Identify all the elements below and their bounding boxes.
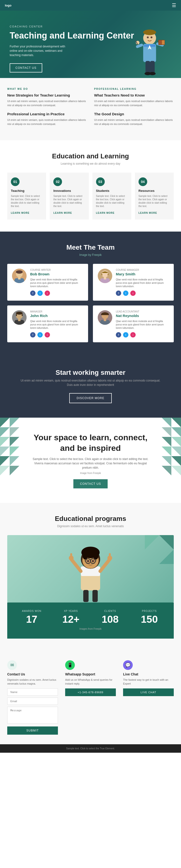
left-triangles bbox=[0, 417, 19, 503]
discover-more-button[interactable]: DISCOVER MORE bbox=[69, 393, 111, 403]
inspire-desc: Sample text. Click to select the text bo… bbox=[31, 457, 150, 470]
twitter-icon-bob[interactable]: t bbox=[37, 290, 43, 296]
avatar-mary bbox=[98, 269, 112, 283]
wwd-item-4: The Good Design Ut enim ad minim veniam,… bbox=[94, 112, 174, 126]
team-desc-john: Qlae venit mist illore molestie arut id … bbox=[30, 320, 83, 330]
svg-marker-49 bbox=[0, 466, 10, 475]
instagram-icon-mary[interactable]: i bbox=[130, 290, 136, 296]
learn-more-3[interactable]: LEARN MORE bbox=[96, 212, 114, 214]
contact-icon: ✉ bbox=[7, 660, 17, 670]
avatar-mary-svg bbox=[98, 269, 112, 283]
professional-learning-label: PROFESSIONAL LEARNING bbox=[94, 88, 174, 90]
contact-email-input[interactable] bbox=[7, 698, 58, 705]
svg-marker-47 bbox=[0, 456, 10, 466]
edu-card-desc-1: Sample text. Click to select the text bo… bbox=[11, 194, 43, 208]
stat-projects: PROJECTS 150 bbox=[132, 610, 167, 625]
svg-marker-43 bbox=[0, 437, 10, 446]
programs-bg bbox=[7, 535, 174, 602]
team-subtitle: Image by Freepik bbox=[7, 253, 174, 257]
team-title: Meet The Team bbox=[7, 244, 174, 251]
facebook-icon-john[interactable]: f bbox=[30, 332, 35, 338]
stat-awards: AWARDS WON 17 bbox=[15, 610, 49, 625]
stats-grid: AWARDS WON 17 XP YEARS 12+ CLIENTS 108 P… bbox=[15, 610, 166, 625]
svg-rect-87 bbox=[93, 590, 98, 602]
svg-marker-45 bbox=[0, 446, 10, 456]
what-we-do-right: PROFESSIONAL LEARNING What Teachers Need… bbox=[94, 88, 174, 131]
edu-programs-subtitle: Dignissim sodales ut eu sem. Amet luctus… bbox=[7, 525, 174, 528]
svg-marker-40 bbox=[10, 417, 19, 427]
twitter-icon-john[interactable]: t bbox=[37, 332, 43, 338]
instagram-icon-john[interactable]: i bbox=[45, 332, 50, 338]
svg-marker-48 bbox=[10, 456, 19, 466]
svg-marker-44 bbox=[10, 437, 19, 446]
stat-projects-value: 150 bbox=[132, 614, 167, 625]
twitter-icon-nat[interactable]: t bbox=[123, 332, 128, 338]
programs-triangles bbox=[145, 535, 174, 564]
contact-desc: Dignissim sodales ut eu sem. Amet luctus… bbox=[7, 678, 58, 686]
facebook-icon-nat[interactable]: f bbox=[116, 332, 121, 338]
whatsapp-icon: 📱 bbox=[65, 660, 75, 670]
avatar-nat-svg bbox=[98, 310, 112, 325]
avatar-john bbox=[12, 310, 27, 325]
team-card-nat: LEAD ACCOUNTANT Nat Reynolds Qlae venit … bbox=[93, 306, 174, 342]
menu-icon[interactable]: ☰ bbox=[172, 2, 176, 8]
edu-card-title-1: Teaching bbox=[11, 189, 43, 192]
inspire-section: Your space to learn, connect, and be ins… bbox=[0, 417, 181, 503]
right-triangle-svg bbox=[162, 417, 181, 514]
whatsapp-section: 📱 Whatsapp Support Add us on WhatsApp & … bbox=[65, 660, 116, 735]
wwd-title-2: What Teachers Need to Know bbox=[94, 93, 174, 97]
stat-awards-value: 17 bbox=[15, 614, 49, 625]
inspire-content: Your space to learn, connect, and be ins… bbox=[10, 432, 171, 488]
avatar-bob bbox=[12, 269, 27, 283]
start-working-desc: Ut enim ad minim veniam, quis nostrud ex… bbox=[19, 378, 162, 387]
livechat-title: Live Chat bbox=[123, 672, 174, 676]
svg-point-78 bbox=[87, 560, 89, 562]
svg-marker-50 bbox=[10, 466, 19, 475]
whatsapp-button[interactable]: +1-345-678-89689 bbox=[65, 688, 116, 696]
wwd-title-1: New Strategies for Teacher Learning bbox=[7, 93, 87, 97]
edu-card-title-2: Innovations bbox=[53, 189, 85, 192]
svg-point-72 bbox=[93, 549, 99, 560]
edu-programs-section: Educational programs Dignissim sodales u… bbox=[0, 503, 181, 651]
contact-message-textarea[interactable] bbox=[7, 707, 58, 723]
learn-more-2[interactable]: LEARN MORE bbox=[53, 212, 72, 214]
svg-marker-58 bbox=[162, 446, 171, 456]
svg-marker-65 bbox=[145, 535, 159, 550]
facebook-icon-bob[interactable]: f bbox=[30, 290, 35, 296]
whatsapp-desc: Add us on WhatsApp & send queries for in… bbox=[65, 678, 116, 686]
hero-cta-button[interactable]: CONTACT US bbox=[10, 63, 42, 72]
submit-button[interactable]: SUBMIT bbox=[7, 726, 58, 735]
team-card-john: MANAGER John Rich Qlae venit mist illore… bbox=[7, 306, 88, 342]
svg-marker-64 bbox=[159, 550, 174, 564]
inspire-contact-button[interactable]: CONTACT US bbox=[73, 479, 108, 488]
svg-marker-59 bbox=[171, 456, 181, 466]
svg-marker-42 bbox=[10, 427, 19, 437]
learn-more-4[interactable]: LEARN MORE bbox=[138, 212, 157, 214]
twitter-icon-mary[interactable]: t bbox=[123, 290, 128, 296]
avatar-bob-svg bbox=[12, 269, 27, 283]
svg-marker-53 bbox=[171, 427, 181, 437]
livechat-section: 💬 Live Chat The fastest way to get in to… bbox=[123, 660, 174, 735]
facebook-icon-mary[interactable]: f bbox=[116, 290, 121, 296]
contact-section: ✉ Contact Us Dignissim sodales ut eu sem… bbox=[0, 651, 181, 744]
footer-text: Sample text. Click to select the True El… bbox=[66, 747, 115, 750]
team-desc-mary: Qlae venit mist illore molestie arut id … bbox=[116, 278, 169, 288]
edu-num-1: 01 bbox=[11, 177, 20, 186]
svg-line-80 bbox=[71, 559, 81, 571]
team-name-bob: Bob Brown bbox=[30, 272, 83, 276]
education-title: Education and Learning bbox=[7, 152, 174, 160]
contact-title: Contact Us bbox=[7, 672, 58, 676]
logo: logo bbox=[5, 4, 11, 7]
instagram-icon-nat[interactable]: i bbox=[130, 332, 136, 338]
contact-name-input[interactable] bbox=[7, 688, 58, 696]
team-name-john: John Rich bbox=[30, 314, 83, 318]
edu-card-desc-2: Sample text. Click to select the text bo… bbox=[53, 194, 85, 208]
stat-years: XP YEARS 12+ bbox=[54, 610, 88, 625]
livechat-button[interactable]: LIVE CHAT bbox=[123, 688, 174, 696]
team-icons-mary: f t i bbox=[116, 290, 169, 296]
learn-more-1[interactable]: LEARN MORE bbox=[11, 212, 29, 214]
svg-rect-85 bbox=[109, 553, 111, 558]
svg-marker-41 bbox=[0, 427, 10, 437]
team-icons-john: f t i bbox=[30, 332, 83, 338]
instagram-icon-bob[interactable]: i bbox=[45, 290, 50, 296]
